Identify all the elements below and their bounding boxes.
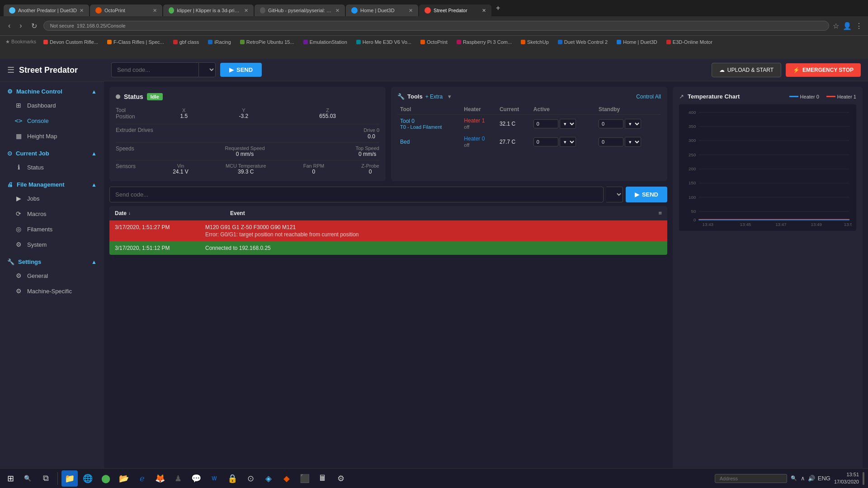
- bookmark-7[interactable]: Hero Me E3D V6 Vo...: [353, 38, 415, 46]
- taskbar-address-input[interactable]: [715, 474, 787, 483]
- sidebar-item-machine-specific[interactable]: ⚙ Machine-Specific: [0, 283, 104, 299]
- bookmark-10[interactable]: SketchUp: [517, 38, 552, 46]
- bookmark-6[interactable]: EmulationStation: [300, 38, 351, 46]
- taskbar-app4-icon[interactable]: ⚙: [333, 470, 349, 487]
- taskbar-chrome-icon[interactable]: ⬤: [98, 470, 114, 487]
- console-input[interactable]: [109, 187, 604, 202]
- sidebar-item-console[interactable]: <> Console: [0, 113, 104, 128]
- browser-tab-3[interactable]: klipper | Klipper is a 3d-printer f... ✕: [163, 5, 254, 16]
- sidebar-item-macros[interactable]: ⟳ Macros: [0, 206, 104, 221]
- topbar-send-input[interactable]: [111, 62, 198, 77]
- back-button[interactable]: ‹: [5, 20, 13, 32]
- bookmark-3[interactable]: gbf class: [170, 38, 203, 46]
- taskbar-ie-icon[interactable]: 🌐: [80, 470, 96, 487]
- bed-standby-select[interactable]: ▾: [625, 137, 641, 147]
- tab-close-5[interactable]: ✕: [409, 8, 413, 14]
- start-button[interactable]: ⊞: [4, 472, 18, 485]
- browser-tab-2[interactable]: OctoPrint ✕: [90, 5, 162, 16]
- browser-tab-5[interactable]: Home | Duet3D ✕: [346, 5, 418, 16]
- taskbar-discord-icon[interactable]: 💬: [188, 470, 204, 487]
- tab-close-1[interactable]: ✕: [80, 8, 84, 14]
- address-bar[interactable]: Not secure 192.168.0.25/Console: [43, 21, 829, 31]
- tab-close-4[interactable]: ✕: [335, 8, 340, 14]
- bookmark-1[interactable]: Devon Custom Rifle...: [40, 38, 102, 46]
- bookmark-2[interactable]: F-Class Rifles | Spec...: [104, 38, 168, 46]
- taskbar-search-icon[interactable]: 🔍: [19, 470, 36, 487]
- tool-0-active-select[interactable]: ▾: [560, 119, 576, 129]
- vin-label: Vin: [173, 163, 189, 169]
- taskbar-calc-icon[interactable]: 🖩: [315, 470, 331, 487]
- tab-close-6[interactable]: ✕: [482, 8, 486, 14]
- tool-0-active-input[interactable]: [533, 119, 558, 128]
- tool-0-standby-input[interactable]: [599, 119, 623, 128]
- taskbar-vpn-icon[interactable]: 🔒: [224, 470, 241, 487]
- sidebar-menu-button[interactable]: ☰: [7, 65, 14, 75]
- taskbar-up-icon[interactable]: ∧: [801, 475, 805, 482]
- user-icon[interactable]: 👤: [843, 22, 852, 30]
- console-send-button[interactable]: ▶ SEND: [626, 187, 667, 202]
- bed-active-select[interactable]: ▾: [560, 137, 576, 147]
- control-all-button[interactable]: Control All: [636, 94, 661, 100]
- topbar-send-button[interactable]: ▶ SEND: [220, 63, 262, 77]
- taskbar-multitask-icon[interactable]: ⧉: [38, 470, 54, 487]
- browser-tab-6[interactable]: Street Predator ✕: [419, 5, 491, 16]
- tools-extra-button[interactable]: + Extra: [425, 94, 443, 100]
- position-table: Tool Position X 1.5 Y -3.2 Z: [116, 106, 379, 121]
- heightmap-icon: ▦: [14, 132, 23, 140]
- bed-name[interactable]: Bed: [400, 139, 410, 145]
- menu-icon[interactable]: ⋮: [855, 22, 863, 30]
- taskbar-app2-icon[interactable]: ◈: [260, 470, 277, 487]
- sidebar-item-heightmap[interactable]: ▦ Height Map: [0, 128, 104, 144]
- bed-standby-input[interactable]: [599, 137, 623, 146]
- taskbar-word-icon[interactable]: W: [206, 470, 222, 487]
- emergency-stop-button[interactable]: ⚡ EMERGENCY STOP: [786, 63, 861, 77]
- taskbar-app3-icon[interactable]: ◆: [278, 470, 295, 487]
- status-header: Status Idle: [116, 93, 379, 100]
- topbar-send-dropdown[interactable]: [198, 62, 216, 77]
- taskbar-app1-icon[interactable]: ⊙: [242, 470, 259, 487]
- sidebar-section-file-header[interactable]: 🖨 File Management ▲: [0, 177, 104, 191]
- tool-0-action[interactable]: T0 - Load Filament: [400, 124, 458, 130]
- tab-close-3[interactable]: ✕: [244, 8, 248, 14]
- sidebar-section-settings-header[interactable]: 🔧 Settings ▲: [0, 254, 104, 268]
- upload-start-button[interactable]: ☁ UPLOAD & START: [712, 63, 781, 77]
- bed-active-input[interactable]: [533, 137, 558, 146]
- sidebar-section-machine-header[interactable]: ⚙ Machine Control ▲: [0, 84, 104, 98]
- req-speed-label: Requested Speed: [225, 145, 265, 151]
- bookmark-13[interactable]: E3D-Online Motor: [663, 38, 716, 46]
- sidebar-item-status[interactable]: ℹ Status: [0, 160, 104, 175]
- bookmark-8[interactable]: OctoPrint: [417, 38, 451, 46]
- taskbar-firefox-icon[interactable]: 🦊: [152, 470, 168, 487]
- bookmark-4[interactable]: iRacing: [204, 38, 235, 46]
- forward-button[interactable]: ›: [17, 20, 24, 32]
- taskbar-files-icon[interactable]: 📂: [116, 470, 132, 487]
- taskbar-explorer-icon[interactable]: 📁: [61, 470, 78, 487]
- tab-close-2[interactable]: ✕: [153, 8, 157, 14]
- app-main: ▶ SEND ☁ UPLOAD & START ⚡ EMERGENCY STOP…: [104, 59, 868, 488]
- sidebar-item-filaments[interactable]: ◎ Filaments: [0, 221, 104, 237]
- bookmark-5[interactable]: RetroPie Ubuntu 15...: [236, 38, 298, 46]
- bookmark-11[interactable]: Duet Web Control 2: [554, 38, 611, 46]
- bookmark-12[interactable]: Home | Duet3D: [613, 38, 661, 46]
- taskbar-volume-icon[interactable]: 🔊: [808, 475, 815, 482]
- taskbar-steam-icon[interactable]: ♟: [170, 470, 186, 487]
- browser-tab-4[interactable]: GitHub - pyserial/pyserial: Pytho... ✕: [255, 5, 345, 16]
- bookmarks-bar: ★ Bookmarks Devon Custom Rifle... F-Clas…: [0, 35, 868, 48]
- reload-button[interactable]: ↻: [28, 20, 40, 32]
- sidebar-item-dashboard[interactable]: ⊞ Dashboard: [0, 98, 104, 113]
- console-dropdown[interactable]: [606, 187, 623, 202]
- taskbar-show-desktop[interactable]: [863, 472, 864, 485]
- tool-0-standby-select[interactable]: ▾: [625, 119, 641, 129]
- bookmark-9[interactable]: Raspberry Pi 3 Com...: [453, 38, 515, 46]
- tool-0-name[interactable]: Tool 0: [400, 118, 415, 124]
- sidebar-item-jobs[interactable]: ▶ Jobs: [0, 191, 104, 206]
- sidebar-item-general[interactable]: ⚙ General: [0, 268, 104, 283]
- sidebar-item-system[interactable]: ⚙ System: [0, 237, 104, 252]
- new-tab-button[interactable]: +: [492, 1, 504, 15]
- sidebar-section-job-header[interactable]: ⊙ Current Job ▲: [0, 145, 104, 160]
- taskbar-vscode-icon[interactable]: ⬛: [297, 470, 313, 487]
- star-icon[interactable]: ☆: [833, 22, 839, 30]
- event-log-menu-button[interactable]: ≡: [658, 210, 662, 216]
- browser-tab-1[interactable]: Another Predator | Duet3D ✕: [4, 5, 89, 16]
- taskbar-edge-icon[interactable]: ℯ: [134, 470, 150, 487]
